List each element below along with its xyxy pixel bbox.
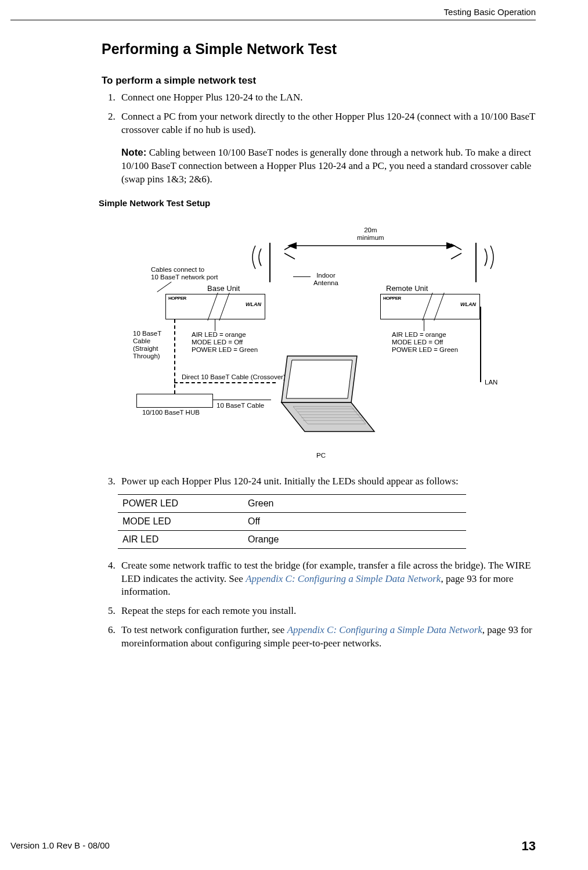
step-2-text: Connect a PC from your network directly …: [121, 111, 535, 135]
xref-appendix-c[interactable]: Appendix C: Configuring a Simple Data Ne…: [246, 573, 441, 584]
header-rule: [10, 20, 536, 20]
cable-10bt-line: [213, 400, 271, 401]
step-2: Connect a PC from your network directly …: [118, 110, 536, 186]
header-section: Testing Basic Operation: [444, 7, 536, 17]
distance-label: 20m minimum: [357, 227, 384, 242]
laptop-icon: [264, 353, 380, 440]
cables-note: Cables connect to 10 BaseT network port: [151, 266, 218, 281]
table-row: POWER LED Green: [118, 494, 466, 512]
page-title: Performing a Simple Network Test: [102, 41, 536, 57]
page-content: Performing a Simple Network Test To perf…: [102, 35, 536, 656]
figure-network-setup: 20m minimum Indoor Antenna Cables connec…: [78, 214, 508, 475]
led-name: AIR LED: [118, 530, 243, 548]
led-table: POWER LED Green MODE LED Off AIR LED Ora…: [118, 494, 466, 549]
hub-label: 10/100 BaseT HUB: [142, 409, 200, 416]
base-unit-label: Base Unit: [207, 285, 240, 293]
led-value: Green: [243, 494, 466, 512]
step-6: To test network configuration further, s…: [118, 624, 536, 650]
note-block: Note: Cabling between 10/100 BaseT nodes…: [121, 146, 536, 186]
led-value: Orange: [243, 530, 466, 548]
note-label: Note:: [121, 147, 146, 158]
cables-leader: [157, 282, 172, 293]
table-row: AIR LED Orange: [118, 530, 466, 548]
step-3: Power up each Hopper Plus 120-24 unit. I…: [118, 475, 536, 488]
led-name: MODE LED: [118, 512, 243, 530]
footer-page-number: 13: [522, 839, 536, 854]
step-list: Connect one Hopper Plus 120-24 to the LA…: [102, 91, 536, 186]
wlan-label: WLAN: [246, 301, 261, 307]
led-value: Off: [243, 512, 466, 530]
svg-marker-6: [286, 360, 352, 398]
step-5: Repeat the steps for each remote you ins…: [118, 605, 536, 618]
note-body: Cabling between 10/100 BaseT nodes is ge…: [121, 147, 531, 185]
step-4: Create some network traffic to test the …: [118, 559, 536, 599]
cable-crossover-line: [174, 382, 276, 383]
led-leader-right: [424, 319, 424, 331]
base-led-status: AIR LED = orange MODE LED = Off POWER LE…: [192, 331, 258, 354]
pc-label: PC: [316, 452, 326, 459]
indoor-antenna-label: Indoor Antenna: [313, 272, 338, 287]
wlan-label-2: WLAN: [460, 301, 476, 307]
lan-label: LAN: [485, 379, 497, 386]
led-name: POWER LED: [118, 494, 243, 512]
hub-icon: [136, 394, 213, 408]
cable-10bt-label: 10 BaseT Cable: [217, 402, 264, 409]
step-6a: To test network configuration further, s…: [121, 624, 287, 635]
svg-marker-7: [282, 402, 374, 432]
antenna-right-icon: [450, 237, 496, 272]
procedure-heading: To perform a simple network test: [102, 75, 536, 87]
base-unit-icon: HOPPER WLAN: [165, 294, 265, 319]
brand-label-2: HOPPER: [383, 296, 401, 301]
step-list-cont2: Create some network traffic to test the …: [102, 559, 536, 651]
xref-appendix-c-2[interactable]: Appendix C: Configuring a Simple Data Ne…: [287, 624, 482, 635]
footer-version: Version 1.0 Rev B - 08/00: [10, 840, 110, 850]
step-list-cont: Power up each Hopper Plus 120-24 unit. I…: [102, 475, 536, 488]
step-1: Connect one Hopper Plus 120-24 to the LA…: [118, 91, 536, 105]
table-row: MODE LED Off: [118, 512, 466, 530]
antenna-left-icon: [250, 237, 296, 272]
brand-label: HOPPER: [168, 296, 186, 301]
cable-straight-label: 10 BaseT Cable (Straight Through): [133, 330, 161, 361]
lan-line-v: [480, 307, 481, 382]
figure-caption: Simple Network Test Setup: [99, 198, 536, 208]
remote-unit-label: Remote Unit: [386, 285, 428, 293]
remote-led-status: AIR LED = orange MODE LED = Off POWER LE…: [392, 331, 458, 354]
led-leader-left: [215, 319, 215, 331]
remote-unit-icon: HOPPER WLAN: [380, 294, 480, 319]
antenna-leader: [293, 276, 311, 277]
